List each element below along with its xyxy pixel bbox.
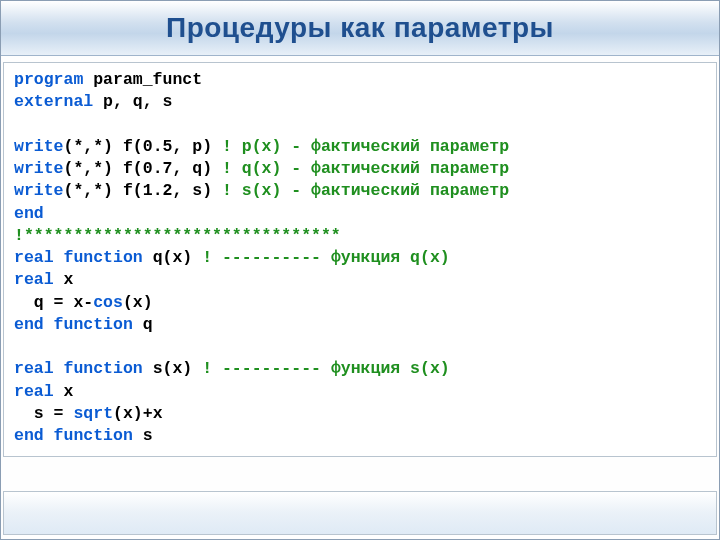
- code-line: q = x-cos(x): [14, 293, 153, 312]
- code-line: end function q: [14, 315, 153, 334]
- footer-bar: [3, 491, 717, 535]
- code-line: real x: [14, 270, 73, 289]
- code-block: program param_funct external p, q, s wri…: [3, 62, 717, 457]
- code-line: write(*,*) f(1.2, s) ! s(x) - фактически…: [14, 181, 509, 200]
- slide-title: Процедуры как параметры: [166, 12, 554, 44]
- code-line: end function s: [14, 426, 153, 445]
- code-line: s = sqrt(x)+x: [14, 404, 163, 423]
- code-line: real x: [14, 382, 73, 401]
- code-line: write(*,*) f(0.7, q) ! q(x) - фактически…: [14, 159, 509, 178]
- code-line: !********************************: [14, 226, 341, 245]
- code-line: real function s(x) ! ---------- функция …: [14, 359, 450, 378]
- code-line: external p, q, s: [14, 92, 172, 111]
- code-line: real function q(x) ! ---------- функция …: [14, 248, 450, 267]
- code-line: write(*,*) f(0.5, p) ! p(x) - фактически…: [14, 137, 509, 156]
- code-line: end: [14, 204, 44, 223]
- slide: Процедуры как параметры program param_fu…: [0, 0, 720, 540]
- code-line: program param_funct: [14, 70, 202, 89]
- title-bar: Процедуры как параметры: [1, 1, 719, 56]
